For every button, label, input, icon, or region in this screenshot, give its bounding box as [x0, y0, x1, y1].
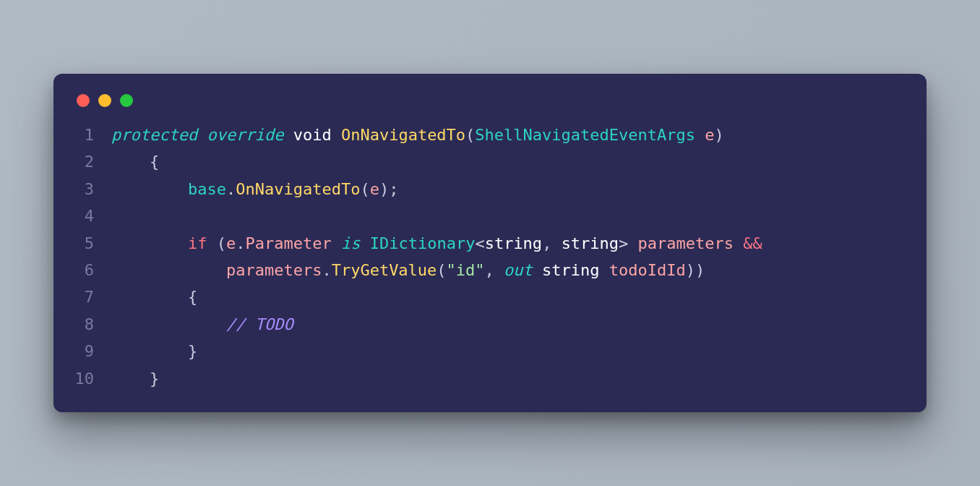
code-line: 10 } — [74, 365, 906, 392]
token: ) — [715, 126, 724, 144]
token — [197, 126, 207, 144]
token: e — [370, 180, 379, 198]
line-content: // TODO — [111, 311, 906, 338]
token: base — [188, 180, 226, 198]
token: OnNavigatedTo — [341, 126, 465, 144]
token: string — [485, 234, 542, 252]
token: is — [341, 234, 361, 252]
token: < — [475, 234, 484, 252]
token: ( — [207, 234, 226, 252]
code-line: 6 parameters.TryGetValue("id", out strin… — [74, 257, 906, 284]
token: "id" — [447, 261, 485, 279]
token: parameters — [226, 261, 322, 279]
token — [533, 261, 542, 279]
token: Parameter — [245, 234, 331, 252]
line-content: if (e.Parameter is IDictionary<string, s… — [111, 230, 906, 257]
token: IDictionary — [370, 234, 476, 252]
token — [734, 234, 743, 252]
close-icon[interactable] — [77, 94, 90, 107]
token: } — [111, 342, 197, 360]
maximize-icon[interactable] — [120, 94, 133, 107]
token: ( — [465, 126, 475, 144]
line-content: { — [111, 284, 906, 310]
token — [628, 234, 637, 252]
line-number: 9 — [74, 338, 111, 364]
code-line: 3 base.OnNavigatedTo(e); — [74, 176, 906, 202]
token: . — [236, 234, 245, 252]
token: e — [705, 126, 714, 144]
token: , — [542, 234, 562, 252]
line-content: base.OnNavigatedTo(e); — [111, 176, 906, 202]
token: // TODO — [226, 315, 293, 333]
token: parameters — [638, 234, 734, 252]
token: { — [111, 288, 197, 306]
line-number: 2 — [74, 148, 111, 175]
line-number: 3 — [74, 176, 111, 202]
code-line: 5 if (e.Parameter is IDictionary<string,… — [74, 230, 906, 257]
code-line: 1protected override void OnNavigatedTo(S… — [74, 122, 906, 148]
code-line: 4 — [74, 202, 906, 229]
token: ShellNavigatedEventArgs — [475, 126, 695, 144]
token: OnNavigatedTo — [236, 180, 360, 198]
token: string — [542, 261, 599, 279]
line-content: { — [111, 148, 906, 175]
token — [332, 126, 341, 144]
token: } — [111, 370, 159, 388]
line-content: parameters.TryGetValue("id", out string … — [111, 257, 906, 284]
line-content: protected override void OnNavigatedTo(Sh… — [111, 122, 906, 148]
token: { — [111, 153, 159, 171]
window-traffic-lights — [74, 91, 906, 122]
token — [111, 315, 226, 333]
token: TryGetValue — [332, 261, 437, 279]
token: && — [743, 234, 762, 252]
line-number: 7 — [74, 284, 111, 310]
token — [283, 126, 293, 144]
token — [111, 261, 226, 279]
token — [111, 180, 188, 198]
token: string — [562, 234, 619, 252]
token: , — [485, 261, 504, 279]
token: todoIdId — [609, 261, 686, 279]
token: e — [226, 234, 236, 252]
token: . — [322, 261, 331, 279]
line-content: } — [111, 338, 906, 364]
token: protected — [111, 126, 197, 144]
token — [600, 261, 609, 279]
token: if — [188, 234, 207, 252]
token — [332, 234, 341, 252]
line-content: } — [111, 365, 906, 392]
line-number: 4 — [74, 202, 111, 229]
code-line: 9 } — [74, 338, 906, 364]
code-line: 2 { — [74, 148, 906, 175]
token — [360, 234, 369, 252]
line-number: 5 — [74, 230, 111, 257]
code-line: 8 // TODO — [74, 311, 906, 338]
code-line: 7 { — [74, 284, 906, 310]
token: . — [226, 180, 236, 198]
line-number: 8 — [74, 311, 111, 338]
token — [111, 234, 188, 252]
code-block: 1protected override void OnNavigatedTo(S… — [74, 122, 906, 392]
line-number: 10 — [74, 365, 111, 392]
token: )) — [686, 261, 705, 279]
token: ( — [437, 261, 446, 279]
token: out — [504, 261, 533, 279]
token: ( — [360, 180, 369, 198]
line-content — [111, 202, 906, 229]
line-number: 1 — [74, 122, 111, 148]
token — [695, 126, 705, 144]
line-number: 6 — [74, 257, 111, 284]
token: ); — [379, 180, 399, 198]
token: override — [207, 126, 283, 144]
token: void — [293, 126, 332, 144]
minimize-icon[interactable] — [98, 94, 111, 107]
code-window: 1protected override void OnNavigatedTo(S… — [53, 74, 927, 412]
token: > — [619, 234, 628, 252]
